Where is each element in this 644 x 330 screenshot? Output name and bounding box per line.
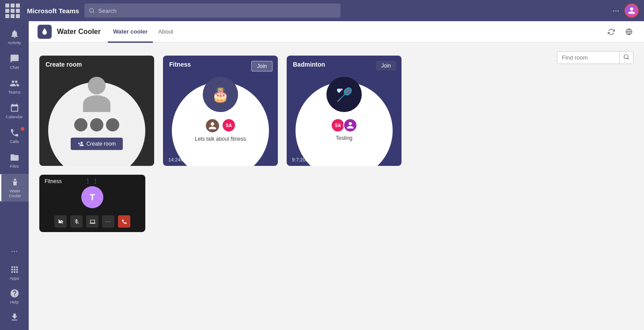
sidebar-bottom: Apps Help [8,260,21,326]
tab-watercooler[interactable]: Water cooler [108,22,153,43]
placeholder-dots [74,118,119,131]
calls-badge [21,127,24,131]
refresh-icon [608,28,615,35]
tabs: Water cooler About [108,21,178,42]
badminton-participant-photo [343,118,357,132]
teams-icon [10,79,19,88]
participant-user-icon [207,120,218,131]
watercooler-app-icon [40,27,49,36]
svg-point-0 [90,8,94,12]
sidebar: Activity Chat Teams Calendar [0,21,29,330]
search-icon [89,8,95,14]
badminton-room-card: Badminton 🏸 SA Testing [287,56,402,166]
badminton-participants: SA [331,118,357,132]
fitness-participant-sa: SA [222,118,236,132]
rooms-grid: Create room [39,56,633,166]
badminton-join-button[interactable]: Join [376,61,396,71]
participant2-icon [345,120,355,130]
sidebar-item-activity[interactable]: Activity [0,26,29,49]
fitness-icon-emoji: 🎂 [212,86,229,103]
header-right [605,26,635,38]
person-head [88,77,106,94]
sidebar-item-files[interactable]: Files [0,149,29,172]
files-icon [10,153,19,162]
sidebar-item-help[interactable]: Help [8,285,21,308]
calendar-icon [10,103,19,113]
find-room-bar[interactable] [557,51,633,64]
find-room-search-icon [623,54,629,60]
app-grid-icon[interactable] [5,4,20,18]
fitness-room-name: Fitness [163,61,191,68]
find-room-input[interactable] [557,52,619,63]
dot1 [74,118,87,131]
screen-share-icon [90,219,95,225]
hangup-icon [121,219,127,225]
sidebar-item-chat[interactable]: Chat [0,50,29,73]
content-area: Water Cooler Water cooler About [29,21,644,330]
add-person-icon [78,141,84,147]
activity-label: Activity [8,40,21,45]
call-controls: ··· [54,215,130,228]
call-screen-button[interactable] [86,215,98,228]
download-icon [10,312,19,322]
search-input[interactable] [98,8,337,14]
apps-icon [10,265,19,274]
search-bar[interactable] [84,4,341,18]
call-video-button[interactable] [54,215,67,228]
badminton-content: Badminton 🏸 SA Testing [287,56,402,166]
fitness-description: Lets talk about fitness [195,136,246,142]
more-options-icon[interactable]: ··· [613,6,619,15]
create-room-button[interactable]: Create room [71,138,123,150]
main-layout: Activity Chat Teams Calendar [0,21,644,330]
user-avatar[interactable] [625,4,639,18]
create-room-label: Create room [39,61,82,68]
call-hangup-button[interactable] [118,215,130,228]
find-room-button[interactable] [619,52,633,64]
top-bar: Microsoft Teams ··· [0,0,644,21]
fitness-participants: SA [205,118,236,133]
sidebar-item-calendar[interactable]: Calendar [0,100,29,123]
sidebar-item-apps[interactable]: Apps [8,261,21,284]
sidebar-item-teams[interactable]: Teams [0,75,29,98]
chat-label: Chat [10,65,19,70]
help-icon [10,289,19,298]
fitness-join-button[interactable]: Join [251,61,273,71]
settings-button[interactable] [623,26,635,38]
call-more-button[interactable]: ··· [102,215,114,228]
fitness-participant-photo [205,118,220,133]
calls-label: Calls [10,139,19,144]
user-icon [628,7,636,15]
more-icon: ··· [11,247,18,256]
room-content: Create room [29,42,644,330]
refresh-button[interactable] [605,26,617,38]
badminton-description: Testing [336,135,352,141]
badminton-room-name: Badminton [287,61,325,68]
person-placeholder [79,77,114,112]
bell-icon [10,29,19,39]
chat-icon [10,54,19,64]
badminton-timer: 9:7:20s [292,157,308,162]
create-room-card: Create room [39,56,154,166]
sidebar-item-download[interactable] [8,309,21,326]
svg-point-4 [624,55,628,59]
watercooler-label: Water Cooler [3,188,27,198]
globe-icon [625,28,633,35]
call-card: ⋮⋮ Fitness T [39,175,145,232]
create-room-content: Create room [39,56,154,166]
tab-about[interactable]: About [153,22,178,43]
badminton-icon-emoji: 🏸 [336,87,352,102]
call-mic-button[interactable] [70,215,83,228]
files-label: Files [10,164,19,169]
svg-line-1 [93,12,94,13]
svg-line-5 [628,58,629,60]
fitness-room-card: Fitness 🎂 SA [163,56,278,166]
call-card-title: Fitness [45,178,62,184]
call-card-drag: ⋮⋮ [85,177,100,184]
help-label: Help [10,300,19,304]
watercooler-icon [10,177,20,187]
sidebar-item-more[interactable]: ··· [0,243,29,259]
sidebar-item-calls[interactable]: Calls [0,124,29,147]
fitness-timer: 14:24s [168,157,183,162]
sidebar-item-watercooler[interactable]: Water Cooler [0,174,29,202]
person-body [83,95,110,112]
